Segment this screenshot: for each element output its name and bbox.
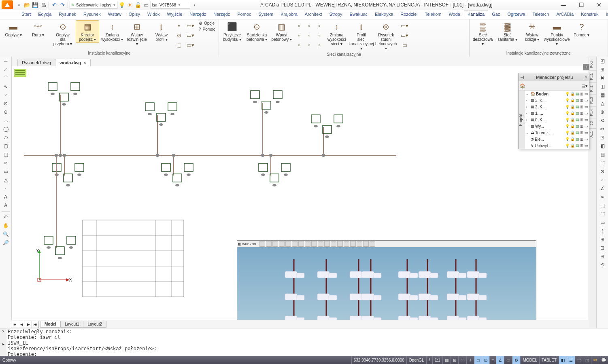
ribbon-kreator-podejść[interactable]: ▦Kreatorpodejść ▾ xyxy=(76,20,99,43)
pm-row[interactable]: ›▦0. K...💡🔒▤▥▭ xyxy=(525,116,589,123)
ribbon-wpust-betonowy[interactable]: ▥Wpustbetonowy ▾ xyxy=(270,20,293,43)
tab-stropy[interactable]: Stropy xyxy=(326,10,346,19)
tab-wyjście[interactable]: Wyjście xyxy=(164,10,186,19)
tab-woda[interactable]: Woda xyxy=(445,10,464,19)
ribbon-punkty-wysokościowe[interactable]: ▬Punktywysokościowe ▾ xyxy=(545,20,569,47)
mini-tool[interactable]: ▫ xyxy=(315,40,324,49)
status-ucs-icon[interactable]: ⟟ xyxy=(426,356,432,364)
rtool-3[interactable]: ◫ xyxy=(599,83,606,90)
ribbon-sieć-deszczowa[interactable]: ▒Siećdeszczowa ▾ xyxy=(471,20,495,47)
qat-redo-icon[interactable]: ↷ xyxy=(59,1,66,8)
ribbon-wstaw-rozwinięcie[interactable]: ⊞Wstawrozwinięcie ▾ xyxy=(125,20,149,47)
tab-rysunek[interactable]: Rysunek xyxy=(80,10,104,19)
rtab-pod[interactable]: Pod.. xyxy=(589,57,596,70)
status-gear-icon[interactable]: ⚙ xyxy=(512,356,520,364)
mini-tool[interactable]: ▫ xyxy=(315,31,324,40)
tab-ewakuac[interactable]: Ewakuac xyxy=(346,10,371,19)
ltool-1[interactable]: ⟋ xyxy=(2,66,9,73)
layout-tab-model[interactable]: Model xyxy=(40,321,61,328)
ribbon-sieć-sanitarna[interactable]: ▓Siećsanitarna ▾ xyxy=(496,20,519,43)
tab-architekt[interactable]: Architekt xyxy=(301,10,326,19)
qat-new-icon[interactable]: ▫ xyxy=(15,1,23,8)
rtab-3d[interactable]: 3D xyxy=(589,118,596,128)
status-opengl[interactable]: OpenGL xyxy=(406,356,426,364)
cmd-handle[interactable]: ×▸ xyxy=(0,328,6,356)
ribbon-wstaw-kolizje[interactable]: ✳Wstawkolizje ▾ xyxy=(521,20,544,43)
status-ortho-icon[interactable]: ⬚ xyxy=(458,356,466,364)
ltool-15[interactable]: · xyxy=(2,185,9,192)
tab-rysunek[interactable]: Rysunek xyxy=(55,10,80,19)
ribbon-przyłącze-budynku[interactable]: ⬛Przyłączebudynku ▾ xyxy=(221,20,244,43)
command-line[interactable]: ×▸ Przeciwległy narożnik: Polecenie: isw… xyxy=(0,328,608,356)
rtool-18[interactable]: ⬚ xyxy=(599,210,606,218)
rtool-10[interactable]: ◧ xyxy=(599,142,606,150)
tab-ogrzewa[interactable]: Ogrzewa xyxy=(504,10,529,19)
ltool-20[interactable]: ✋ xyxy=(2,222,9,229)
tab-telekom[interactable]: Telekom xyxy=(421,10,445,19)
rtool-12[interactable]: ⬚ xyxy=(599,159,606,167)
maximize-button[interactable]: ☐ xyxy=(572,0,590,10)
rtool-2[interactable]: ✖ xyxy=(599,74,606,82)
mini-tool[interactable]: ▭▾ xyxy=(399,31,410,40)
status-i2[interactable]: ☰ xyxy=(567,356,575,364)
tab-edycja[interactable]: Edycja xyxy=(34,10,55,19)
pomoc-button[interactable]: ?Pomoc xyxy=(199,27,215,32)
ltool-2[interactable]: ⌒ xyxy=(2,74,9,82)
tab-rozdziel[interactable]: Rozdziel xyxy=(397,10,421,19)
rtool-20[interactable]: ⋮ xyxy=(599,227,606,235)
close-button[interactable]: ✕ xyxy=(590,0,608,10)
status-otrack-icon[interactable]: ⊡ xyxy=(482,356,489,364)
app-logo[interactable] xyxy=(2,0,13,9)
mini-tool[interactable]: ⬚ xyxy=(174,40,183,49)
mini-tool[interactable]: ▫ xyxy=(305,40,314,49)
mini-tool[interactable]: ▫ xyxy=(305,31,314,40)
tab-opisy[interactable]: Opisy xyxy=(125,10,144,19)
ltool-10[interactable]: ▢ xyxy=(2,142,9,150)
ltool-22[interactable]: 🔎 xyxy=(2,239,9,246)
rtool-11[interactable]: ▦ xyxy=(599,151,606,158)
mini-tool[interactable]: ▭ xyxy=(399,40,410,49)
ltool-12[interactable]: ≋ xyxy=(2,159,9,167)
rtab-r1[interactable]: R..1 xyxy=(589,70,596,83)
ltool-11[interactable]: ⬚ xyxy=(2,151,9,158)
status-tablet[interactable]: TABLET xyxy=(539,356,559,364)
rtool-4[interactable]: ▤ xyxy=(599,91,606,99)
rtab-r3[interactable]: R..3 xyxy=(589,94,596,106)
ribbon-profil-sieci-kanalizacyjnej[interactable]: ⫿Profilsieci kanalizacyjnej ▾ xyxy=(350,20,373,52)
opcje-button[interactable]: ⚙Opcje xyxy=(199,21,215,25)
mini-tool[interactable]: ▫ xyxy=(295,40,304,49)
qat-open-icon[interactable]: 📂 xyxy=(23,1,31,8)
qat-layer-dropdown[interactable]: isa_V97B668 ▼ xyxy=(151,1,190,9)
pm-row[interactable]: ›▦3. K...💡🔒▤▥▭ xyxy=(525,97,589,104)
doc-tab[interactable]: woda.dwg× xyxy=(55,59,91,66)
ribbon-zmiana-wysokości-sieci[interactable]: ↕Zmianawysokości sieci ▾ xyxy=(325,20,349,47)
rtool-0[interactable]: ◰ xyxy=(599,57,606,65)
status-scale[interactable]: 1:1 xyxy=(432,356,442,364)
mini-tool[interactable]: ▫ xyxy=(305,21,314,30)
status-dyn-icon[interactable]: ▭ xyxy=(504,356,512,364)
rtab-a1[interactable]: A..1 xyxy=(589,128,596,140)
ltool-14[interactable]: △ xyxy=(2,176,9,184)
mini-tool[interactable]: ▫ xyxy=(315,21,324,30)
mini-tool[interactable]: ▭▾ xyxy=(185,40,196,49)
rtool-5[interactable]: △ xyxy=(599,100,606,107)
doc-tab[interactable]: Rysunek1.dwg xyxy=(17,59,55,66)
rtool-15[interactable]: ∠ xyxy=(599,185,606,192)
status-i1[interactable]: ◧ xyxy=(559,356,567,364)
status-snap-icon[interactable]: ⊞ xyxy=(451,356,458,364)
drawing-canvas[interactable]: Y X ◧ Widok 3D xyxy=(12,66,589,328)
rtool-22[interactable]: ⊡ xyxy=(599,244,606,252)
ltool-19[interactable]: ↶ xyxy=(2,214,9,221)
layout-tab-2[interactable]: Layout2 xyxy=(83,321,106,328)
pm-close-icon[interactable]: × xyxy=(585,75,587,80)
rtool-13[interactable]: ⊘ xyxy=(599,168,606,175)
pm-row[interactable]: ◔Ele...💡🔒▤▥▭ xyxy=(525,136,589,142)
tab-gaz[interactable]: Gaz xyxy=(488,10,504,19)
mini-tool[interactable]: ▭▾ xyxy=(185,31,196,40)
ribbon-studzienka-betonowa[interactable]: ⊝Studzienkabetonowa ▾ xyxy=(245,20,269,43)
mini-tool[interactable]: ▪ xyxy=(174,21,183,30)
tab-narzędz[interactable]: Narzędz xyxy=(186,10,210,19)
tab-krajobra[interactable]: Krajobra xyxy=(277,10,301,19)
ribbon-zmiana-wysokości[interactable]: ↕Zmianawysokości ▾ xyxy=(100,20,124,43)
tab-inwenta[interactable]: Inwenta xyxy=(602,10,608,19)
